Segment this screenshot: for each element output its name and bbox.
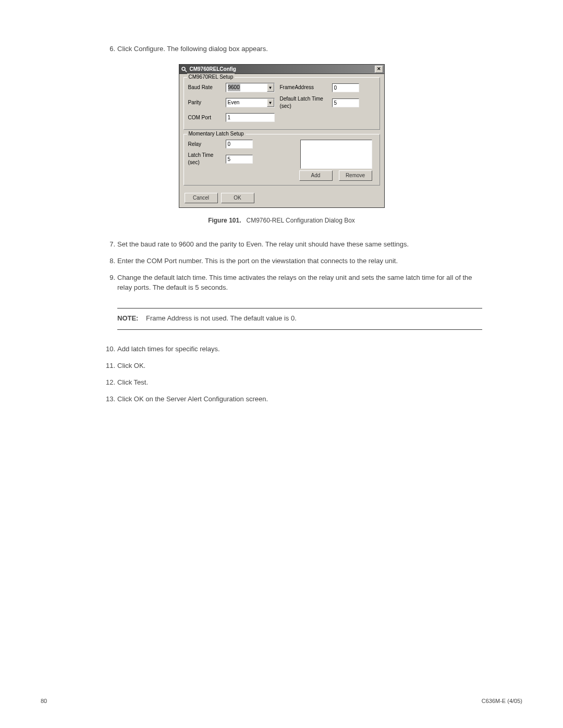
- baud-rate-value: 9600: [228, 84, 240, 91]
- step-text: Click Test.: [117, 378, 148, 386]
- default-latch-input[interactable]: [332, 98, 359, 107]
- cancel-button[interactable]: Cancel: [185, 193, 218, 203]
- dialog-title: CM9760RELConfig: [190, 66, 375, 73]
- app-icon: [180, 66, 188, 73]
- close-icon: ✕: [377, 66, 381, 72]
- parity-label: Parity: [188, 99, 226, 106]
- parity-value: Even: [228, 99, 267, 106]
- page-footer: 80 C636M-E (4/05): [41, 697, 522, 705]
- note-line: NOTE: Frame Address is not used. The def…: [117, 314, 482, 323]
- setup-legend: CM9670REL Setup: [187, 73, 235, 81]
- page-number: 80: [41, 697, 47, 705]
- momentary-latch-group: Momentary Latch Setup Relay Latch Time (…: [183, 134, 380, 186]
- chevron-down-icon: ▼: [267, 98, 274, 107]
- add-button[interactable]: Add: [299, 170, 333, 181]
- remove-button[interactable]: Remove: [339, 170, 372, 181]
- step-12: 12. Click Test.: [103, 378, 482, 387]
- setup-group: CM9670REL Setup Baud Rate 9600 ▼ FrameAd…: [183, 77, 380, 130]
- step-6: 6. Click Configure. The following dialog…: [103, 44, 482, 54]
- chevron-down-icon: ▼: [267, 83, 274, 92]
- step-8: 8. Enter the COM Port number. This is th…: [103, 256, 482, 266]
- relay-input[interactable]: [226, 140, 253, 149]
- ok-button[interactable]: OK: [221, 193, 254, 203]
- figure-text: CM9760-REL Configuration Dialog Box: [247, 217, 355, 224]
- baud-rate-label: Baud Rate: [188, 84, 226, 91]
- step-number: 11.: [103, 361, 115, 371]
- momentary-latch-legend: Momentary Latch Setup: [187, 130, 246, 138]
- step-9: 9. Change the default latch time. This t…: [103, 273, 482, 292]
- step-number: 10.: [103, 344, 115, 354]
- step-text: Click OK on the Server Alert Configurati…: [117, 395, 268, 403]
- frame-address-label: FrameAddress: [278, 84, 332, 91]
- step-number: 6.: [103, 44, 115, 54]
- horizontal-rule: [117, 308, 482, 309]
- step-number: 12.: [103, 378, 115, 387]
- com-port-label: COM Port: [188, 114, 226, 121]
- note-text: Frame Address is not used. The default v…: [146, 314, 297, 322]
- step-number: 7.: [103, 240, 115, 249]
- step-number: 8.: [103, 256, 115, 266]
- relay-listbox[interactable]: [300, 140, 372, 169]
- latch-time-input[interactable]: [226, 155, 253, 164]
- step-text: Click OK.: [117, 362, 145, 369]
- step-11: 11. Click OK.: [103, 361, 482, 371]
- step-number: 9.: [103, 273, 115, 282]
- step-text: Click Configure. The following dialog bo…: [117, 45, 268, 53]
- frame-address-input[interactable]: [332, 83, 359, 92]
- step-13: 13. Click OK on the Server Alert Configu…: [103, 394, 482, 404]
- relay-label: Relay: [188, 141, 226, 148]
- step-text: Set the baud rate to 9600 and the parity…: [117, 240, 409, 248]
- step-7: 7. Set the baud rate to 9600 and the par…: [103, 240, 482, 249]
- close-button[interactable]: ✕: [375, 66, 383, 73]
- dialog-screenshot: CM9760RELConfig ✕ CM9670REL Setup Baud R…: [179, 64, 385, 225]
- config-dialog: CM9760RELConfig ✕ CM9670REL Setup Baud R…: [179, 64, 385, 208]
- step-text: Change the default latch time. This time…: [117, 274, 472, 291]
- step-text: Add latch times for specific relays.: [117, 345, 220, 353]
- titlebar: CM9760RELConfig ✕: [179, 65, 384, 74]
- parity-select[interactable]: Even ▼: [226, 98, 275, 107]
- note-prefix: NOTE:: [117, 314, 138, 322]
- step-10: 10. Add latch times for specific relays.: [103, 344, 482, 354]
- horizontal-rule: [117, 329, 482, 330]
- latch-time-label: Latch Time (sec): [188, 152, 226, 166]
- step-text: Enter the COM Port number. This is the p…: [117, 257, 398, 265]
- svg-line-1: [185, 70, 187, 72]
- step-number: 13.: [103, 394, 115, 404]
- doc-code: C636M-E (4/05): [482, 697, 522, 705]
- default-latch-label: Default Latch Time (sec): [278, 95, 332, 110]
- figure-caption: Figure 101. CM9760-REL Configuration Dia…: [179, 216, 385, 225]
- baud-rate-select[interactable]: 9600 ▼: [226, 83, 275, 92]
- figure-number: Figure 101.: [208, 217, 241, 224]
- com-port-input[interactable]: [226, 113, 275, 122]
